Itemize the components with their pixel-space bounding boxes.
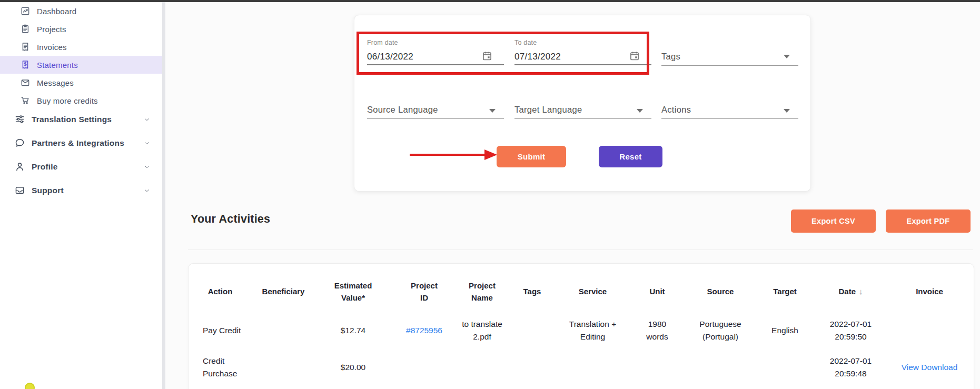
from-date-value[interactable]: 06/13/2022: [367, 52, 413, 62]
table-cell: [252, 347, 315, 388]
reset-button[interactable]: Reset: [599, 146, 662, 167]
chevron-down-icon[interactable]: [784, 55, 790, 58]
sidebar-section-translation-settings[interactable]: Translation Settings: [0, 107, 162, 131]
chevron-down-icon[interactable]: [489, 109, 496, 113]
sidebar-item-statements[interactable]: Statements: [0, 56, 162, 74]
column-header-source[interactable]: Source: [686, 269, 755, 314]
source-language-label: Source Language: [367, 105, 504, 115]
column-header-tags[interactable]: Tags: [507, 269, 557, 314]
input-underline: [661, 65, 798, 66]
column-header-project-id[interactable]: Project ID: [391, 269, 457, 314]
table-cell: [507, 314, 557, 347]
table-row: Pay Credit$12.74#8725956to translate 2.p…: [189, 314, 974, 347]
sidebar-section-label: Profile: [32, 162, 58, 172]
input-underline: [514, 118, 651, 119]
sidebar-section-support[interactable]: Support: [0, 178, 162, 202]
sidebar-item-invoices[interactable]: Invoices: [0, 38, 162, 56]
table-cell: [686, 347, 755, 388]
cart-icon: [20, 95, 31, 106]
sidebar-item-label: Statements: [37, 61, 78, 69]
statements-icon: [20, 59, 31, 70]
chat-widget-icon[interactable]: [25, 383, 35, 389]
table-cell: $12.74: [315, 314, 391, 347]
sidebar-item-buy-more-credits[interactable]: Buy more credits: [0, 92, 162, 109]
table-cell: $20.00: [315, 347, 391, 388]
statements-page: DashboardProjectsInvoicesStatementsMessa…: [0, 0, 980, 389]
export-pdf-button[interactable]: Export PDF: [886, 210, 971, 233]
to-date-label: To date: [514, 39, 651, 46]
table-cell-link[interactable]: View Download: [886, 347, 973, 388]
table-cell: [252, 314, 315, 347]
sidebar-section-nav: Translation SettingsPartners & Integrati…: [0, 107, 162, 202]
table-row: Credit Purchase$20.002022-07-01 20:59:48…: [189, 347, 974, 388]
source-language-dropdown[interactable]: Source Language: [367, 105, 504, 115]
column-header-beneficiary[interactable]: Beneficiary: [252, 269, 315, 314]
sidebar: DashboardProjectsInvoicesStatementsMessa…: [0, 2, 162, 389]
table-cell: 2022-07-01 20:59:50: [815, 314, 886, 347]
table-cell: [457, 347, 507, 388]
submit-button[interactable]: Submit: [497, 146, 566, 167]
sidebar-item-label: Buy more credits: [37, 96, 98, 105]
input-underline: [514, 64, 651, 65]
sidebar-divider: [162, 2, 165, 389]
table-cell: Translation + Editing: [557, 314, 628, 347]
table-header-row: ActionBeneficiaryEstimated Value*Project…: [189, 264, 974, 314]
chevron-down-icon[interactable]: [637, 109, 643, 113]
table-cell: [557, 347, 628, 388]
sidebar-section-profile[interactable]: Profile: [0, 155, 162, 178]
table-cell: Credit Purchase: [189, 347, 252, 388]
table-cell: 2022-07-01 20:59:48: [815, 347, 886, 388]
actions-label: Actions: [661, 105, 798, 115]
sidebar-item-projects[interactable]: Projects: [0, 20, 162, 38]
column-header-project-name[interactable]: Project Name: [457, 269, 507, 314]
chat-bubble-icon: [14, 137, 25, 148]
tags-label: Tags: [661, 52, 680, 62]
sidebar-item-label: Messages: [37, 78, 74, 87]
column-header-estimated-value-[interactable]: Estimated Value*: [315, 269, 391, 314]
input-underline: [661, 118, 798, 119]
section-divider: [188, 250, 973, 250]
sort-desc-icon[interactable]: ↓: [859, 285, 863, 297]
chevron-down-icon: [143, 116, 151, 123]
column-header-action[interactable]: Action: [189, 269, 252, 314]
invoices-icon: [20, 42, 31, 52]
column-header-target[interactable]: Target: [755, 269, 815, 314]
table-cell: to translate 2.pdf: [457, 314, 507, 347]
page-title: Your Activities: [191, 213, 270, 226]
dashboard-icon: [20, 6, 31, 16]
to-date-field[interactable]: To date 07/13/2022: [514, 39, 651, 46]
column-header-invoice[interactable]: Invoice: [886, 269, 973, 314]
to-date-value[interactable]: 07/13/2022: [514, 52, 561, 62]
chevron-down-icon: [143, 187, 151, 194]
target-language-dropdown[interactable]: Target Language: [514, 105, 651, 115]
sliders-icon: [14, 114, 25, 125]
table-body: Pay Credit$12.74#8725956to translate 2.p…: [189, 314, 974, 388]
chevron-down-icon: [143, 139, 151, 147]
calendar-icon[interactable]: [629, 51, 640, 61]
sidebar-item-dashboard[interactable]: Dashboard: [0, 2, 162, 20]
column-header-service[interactable]: Service: [557, 269, 628, 314]
table-cell-link[interactable]: #8725956: [391, 314, 457, 347]
sidebar-item-label: Invoices: [37, 43, 67, 52]
input-underline: [367, 118, 504, 119]
column-header-date[interactable]: Date↓: [815, 269, 886, 314]
chevron-down-icon: [143, 163, 151, 171]
sidebar-section-partners-integrations[interactable]: Partners & Integrations: [0, 131, 162, 155]
chevron-down-icon[interactable]: [784, 109, 790, 113]
table-cell: [391, 347, 457, 388]
sidebar-item-messages[interactable]: Messages: [0, 74, 162, 92]
calendar-icon[interactable]: [482, 51, 492, 61]
export-csv-button[interactable]: Export CSV: [791, 210, 876, 233]
messages-icon: [20, 77, 31, 88]
table-cell: English: [755, 314, 815, 347]
user-icon: [14, 161, 25, 172]
column-header-unit[interactable]: Unit: [628, 269, 686, 314]
table-cell: Portuguese (Portugal): [686, 314, 755, 347]
sidebar-item-label: Projects: [37, 25, 66, 34]
table-cell: 1980 words: [628, 314, 686, 347]
table-cell: Pay Credit: [189, 314, 252, 347]
from-date-label: From date: [367, 39, 504, 46]
inbox-icon: [14, 185, 25, 196]
from-date-field[interactable]: From date 06/13/2022: [367, 39, 504, 46]
actions-dropdown[interactable]: Actions: [661, 105, 798, 115]
